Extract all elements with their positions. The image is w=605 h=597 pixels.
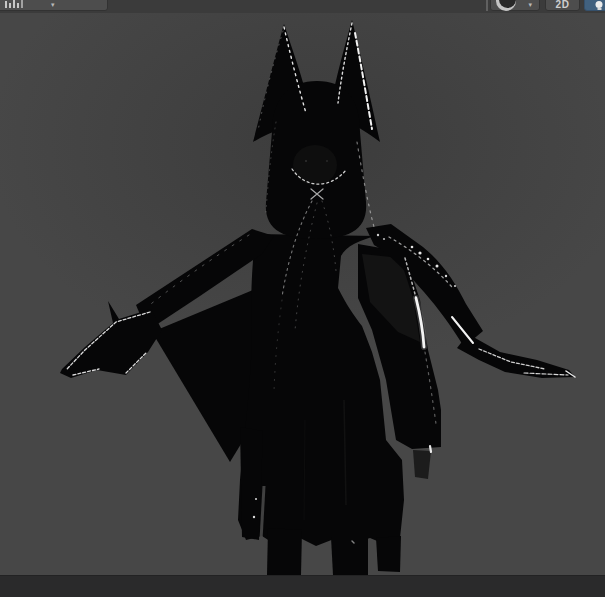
face-shade	[293, 145, 337, 185]
right-hand-shape	[457, 334, 575, 378]
scene-toolbar: ▾ ▾ 2D	[0, 0, 605, 13]
ground-plane	[0, 575, 605, 597]
toolbar-divider	[486, 0, 488, 11]
right-leg-shape	[331, 537, 368, 575]
left-coat-strip-shape	[240, 427, 263, 540]
shaded-sphere-icon	[496, 0, 516, 11]
dropdown-caret-icon: ▾	[528, 1, 532, 9]
shading-mode-dropdown-button[interactable]: ▾	[490, 0, 540, 11]
dropdown-caret-icon: ▾	[51, 1, 55, 9]
scene-lighting-toggle-button[interactable]	[584, 0, 605, 11]
toggle-2d-label: 2D	[546, 0, 579, 10]
cape-strap-shape	[413, 450, 431, 479]
left-leg-shape	[267, 528, 302, 575]
draw-mode-dropdown-button[interactable]: ▾	[0, 0, 108, 11]
viewport-canvas[interactable]	[0, 13, 605, 575]
toggle-2d-button[interactable]: 2D	[545, 0, 580, 11]
lightbulb-icon	[596, 1, 603, 8]
character-silhouette	[0, 13, 605, 575]
right-hem-cloth-shape	[376, 536, 401, 572]
equalizer-bars-icon	[5, 0, 23, 8]
